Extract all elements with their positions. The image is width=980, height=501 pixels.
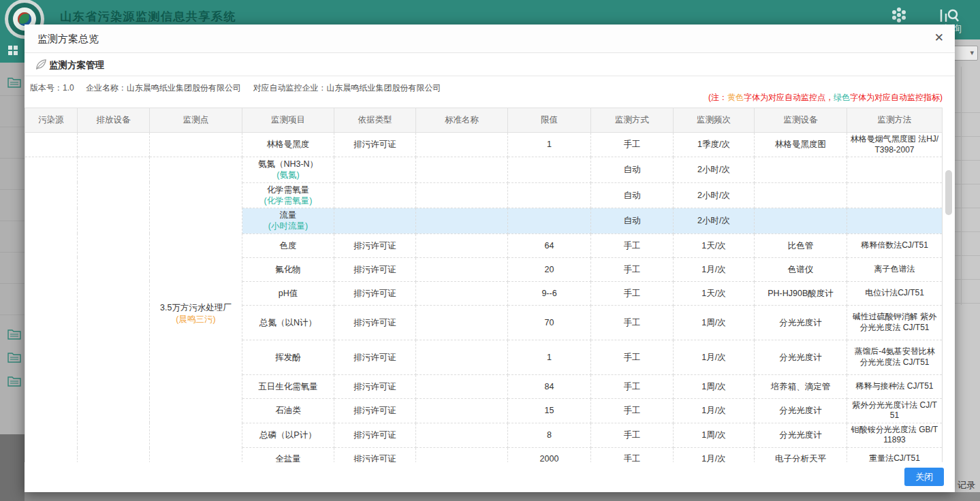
table-cell: 林格曼黑度图 (755, 133, 847, 157)
monitor-item-cell: 色度 (242, 233, 334, 257)
table-cell: 手工 (591, 281, 674, 305)
table-cell (847, 182, 943, 208)
table-cell: 排污许可证 (334, 340, 416, 374)
modal-titlebar: 监测方案总览 ✕ (25, 25, 955, 53)
scrollbar-thumb[interactable] (945, 170, 952, 215)
table-cell: 手工 (591, 133, 674, 157)
table-cell: 自动 (591, 208, 674, 234)
table-cell: PH-HJ90B酸度计 (755, 281, 847, 305)
folder-icon[interactable] (7, 77, 21, 88)
apps-grid-icon[interactable] (889, 5, 908, 25)
record-label: 记录 (958, 479, 975, 491)
column-header: 监测项目 (242, 108, 334, 133)
sidebar (0, 39, 25, 501)
monitor-item-cell: 五日生化需氧量 (242, 374, 334, 398)
table-cell: 培养箱、滴定管 (755, 374, 847, 398)
folder-icon[interactable] (7, 352, 21, 363)
table-cell: 1天/次 (674, 281, 755, 305)
table-cell (416, 208, 508, 234)
table-cell: 排污许可证 (334, 257, 416, 281)
color-legend-note: (注：黄色字体为对应自动监控点，绿色字体为对应自动监控指标) (708, 92, 943, 103)
modal-title: 监测方案总览 (37, 33, 99, 46)
table-cell: 稀释与接种法 CJ/T51 (847, 374, 943, 398)
table-cell (150, 133, 242, 157)
table-cell (755, 182, 847, 208)
table-cell (78, 157, 150, 470)
table-cell: 20 (508, 257, 591, 281)
table-cell: 分光光度计 (755, 340, 847, 374)
column-header: 监测设备 (755, 108, 847, 133)
modal-footer: 关闭 (25, 462, 955, 492)
table-row[interactable]: 3.5万方污水处理厂(晨鸣三污)氨氮（NH3-N）(氨氮)自动2小时/次 (25, 157, 943, 183)
close-icon[interactable]: ✕ (934, 31, 944, 45)
monitoring-plan-table: 污染源排放设备监测点监测项目依据类型标准名称限值监测方式监测频次监测设备监测方法… (25, 108, 943, 470)
monitor-item-cell: 石油类 (242, 398, 334, 423)
pen-icon (35, 58, 48, 71)
monitor-item-cell: pH值 (242, 281, 334, 305)
table-cell: 色谱仪 (755, 257, 847, 281)
table-cell: 排污许可证 (334, 305, 416, 340)
table-cell (755, 157, 847, 183)
table-cell: 分光光度计 (755, 398, 847, 423)
table-cell: 手工 (591, 374, 674, 398)
column-header: 限值 (508, 108, 591, 133)
table-cell: 蒸馏后-4氨基安替比林 分光光度法 CJ/T51 (847, 340, 943, 374)
monitor-item-cell: 氨氮（NH3-N）(氨氮) (242, 157, 334, 183)
table-cell (416, 423, 508, 447)
table-cell: 手工 (591, 257, 674, 281)
section-title: 监测方案管理 (49, 59, 104, 71)
table-cell: 1周/次 (674, 374, 755, 398)
table-cell: 紫外分光光度计法 CJ/T51 (847, 398, 943, 423)
table-cell: 1月/次 (674, 257, 755, 281)
screen: 山东省污染源监测信息共享系统 查询 (0, 0, 980, 501)
table-cell: 手工 (591, 423, 674, 447)
table-cell: 1 (508, 133, 591, 157)
table-cell: 1周/次 (674, 423, 755, 447)
table-cell: 2小时/次 (674, 157, 755, 183)
table-cell: 自动 (591, 157, 674, 183)
folder-icon[interactable] (7, 329, 21, 340)
table-cell: 70 (508, 305, 591, 340)
column-header: 监测方式 (591, 108, 674, 133)
column-header: 监测点 (150, 108, 242, 133)
table-cell: 1月/次 (674, 340, 755, 374)
column-header: 依据类型 (334, 108, 416, 133)
table-cell: 手工 (591, 305, 674, 340)
table-cell (416, 281, 508, 305)
table-cell: 1月/次 (674, 398, 755, 423)
table-cell (847, 157, 943, 183)
monitor-item-cell: 总氮（以N计） (242, 305, 334, 340)
table-cell: 排污许可证 (334, 374, 416, 398)
table-cell (416, 157, 508, 183)
monitor-item-cell: 化学需氧量(化学需氧量) (242, 182, 334, 208)
table-cell (416, 305, 508, 340)
table-cell: 1 (508, 340, 591, 374)
table-cell (416, 133, 508, 157)
stats-query-icon[interactable] (938, 5, 959, 25)
table-cell: 64 (508, 233, 591, 257)
monitor-item-cell: 挥发酚 (242, 340, 334, 374)
version-info: 版本号：1.0 (30, 83, 74, 93)
close-button[interactable]: 关闭 (904, 468, 944, 486)
table-cell: 离子色谱法 (847, 257, 943, 281)
section-bar: 监测方案管理 (25, 53, 955, 76)
table-cell (78, 133, 150, 157)
table-cell: 15 (508, 398, 591, 423)
table-cell: 手工 (591, 340, 674, 374)
table-cell: 排污许可证 (334, 233, 416, 257)
sidebar-menu-toggle[interactable] (0, 39, 25, 63)
table-cell: 8 (508, 423, 591, 447)
table-cell: 碱性过硫酸钾消解 紫外分光光度法 CJ/T51 (847, 305, 943, 340)
monitor-point-cell: 3.5万方污水处理厂(晨鸣三污) (150, 157, 242, 470)
table-cell (755, 208, 847, 234)
table-cell (847, 208, 943, 234)
column-header: 污染源 (25, 108, 78, 133)
table-row[interactable]: 林格曼黑度排污许可证1手工1季度/次林格曼黑度图林格曼烟气黑度图 法HJ/T39… (25, 133, 943, 157)
table-cell (334, 208, 416, 234)
table-cell: 2小时/次 (674, 208, 755, 234)
table-cell (416, 398, 508, 423)
folder-icon[interactable] (7, 376, 21, 387)
table-cell: 1季度/次 (674, 133, 755, 157)
table-cell: 分光光度计 (755, 423, 847, 447)
table-cell (416, 257, 508, 281)
